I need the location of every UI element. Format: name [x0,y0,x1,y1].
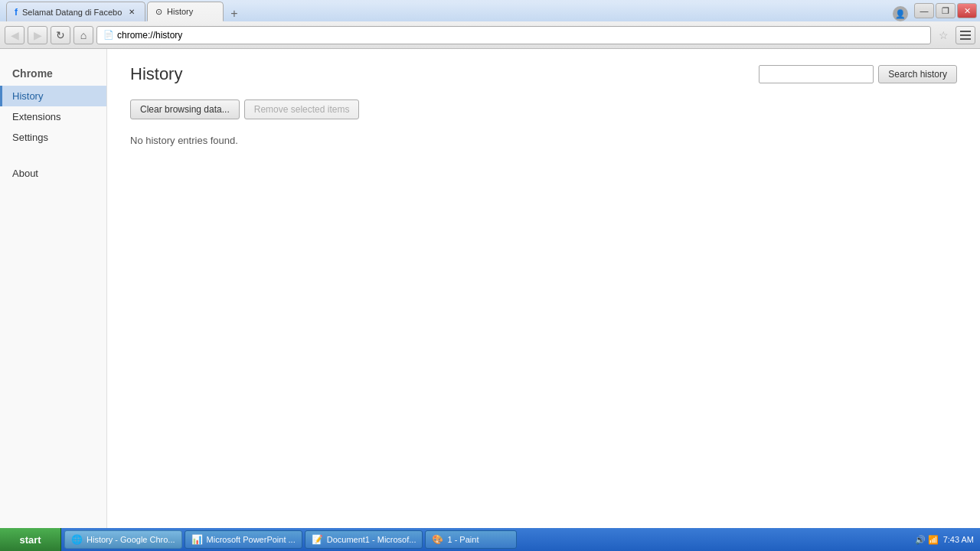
taskbar-items: 🌐 History - Google Chro... 📊 Microsoft P… [61,530,909,549]
sidebar-item-about[interactable]: About [0,163,106,184]
menu-line-2 [960,34,971,36]
taskbar-item-powerpoint[interactable]: 📊 Microsoft PowerPoint ... [185,530,302,549]
home-button[interactable]: ⌂ [74,26,93,44]
menu-line-1 [960,31,971,32]
page-title: History [130,64,182,84]
page-icon: 📄 [103,30,114,40]
tabs-bar: f Selamat Datang di Faceboo... ✕ ⊙ Histo… [3,2,977,21]
user-icon: 👤 [893,6,908,21]
address-input[interactable] [117,30,924,41]
search-area: Search history [759,65,957,83]
taskbar-item-word[interactable]: 📝 Document1 - Microsof... [305,530,423,549]
history-favicon: ⊙ [155,7,162,17]
chrome-window: f Selamat Datang di Faceboo... ✕ ⊙ Histo… [0,0,980,528]
facebook-favicon: f [15,7,18,18]
systray: 🔊 📶 7:43 AM [909,535,980,545]
start-label: start [19,534,41,546]
tab-history[interactable]: ⊙ History [147,2,224,21]
search-history-button[interactable]: Search history [878,65,957,83]
sidebar-item-extensions[interactable]: Extensions [0,106,106,127]
chrome-taskbar-label: History - Google Chro... [87,535,175,544]
systray-icons: 🔊 📶 [915,535,939,545]
toolbar: ◀ ▶ ↻ ⌂ 📄 ☆ [0,21,980,49]
action-buttons: Clear browsing data... Remove selected i… [130,99,957,119]
taskbar: start 🌐 History - Google Chro... 📊 Micro… [0,528,980,551]
window-controls: 👤 — ❐ ✕ [914,3,977,18]
clock: 7:43 AM [943,535,974,544]
paint-taskbar-icon: 🎨 [432,534,443,545]
empty-history-message: No history entries found. [130,135,957,146]
chrome-menu-button[interactable] [956,26,975,44]
word-taskbar-label: Document1 - Microsof... [327,535,416,544]
taskbar-item-chrome[interactable]: 🌐 History - Google Chro... [64,530,182,549]
sidebar: Chrome History Extensions Settings About [0,49,107,528]
restore-button[interactable]: ❐ [936,3,956,18]
reload-button[interactable]: ↻ [51,26,70,44]
chrome-taskbar-icon: 🌐 [71,534,83,545]
start-button[interactable]: start [0,528,61,551]
new-tab-button[interactable]: + [225,6,243,21]
tab-facebook-close[interactable]: ✕ [126,7,137,18]
powerpoint-taskbar-icon: 📊 [191,534,203,545]
title-bar: f Selamat Datang di Faceboo... ✕ ⊙ Histo… [0,0,980,21]
sidebar-chrome-title: Chrome [0,61,106,86]
tab-history-label: History [167,7,193,16]
minimize-button[interactable]: — [914,3,934,18]
address-bar[interactable]: 📄 [96,26,931,44]
content-area: Chrome History Extensions Settings About… [0,49,980,528]
back-button[interactable]: ◀ [5,26,24,44]
main-content: History Search history Clear browsing da… [107,49,980,528]
menu-line-3 [960,38,971,40]
forward-button[interactable]: ▶ [28,26,47,44]
close-button[interactable]: ✕ [957,3,977,18]
taskbar-item-paint[interactable]: 🎨 1 - Paint [425,530,517,549]
page-header: History Search history [130,64,957,84]
powerpoint-taskbar-label: Microsoft PowerPoint ... [207,535,296,544]
tab-facebook[interactable]: f Selamat Datang di Faceboo... ✕ [6,2,145,21]
clear-browsing-data-button[interactable]: Clear browsing data... [130,99,240,119]
user-area: 👤 [893,6,908,21]
bookmark-button[interactable]: ☆ [934,26,952,44]
search-input[interactable] [759,65,874,83]
word-taskbar-icon: 📝 [312,534,323,545]
tab-facebook-label: Selamat Datang di Faceboo... [22,8,122,17]
sidebar-separator [0,148,106,163]
sidebar-item-history[interactable]: History [0,86,106,106]
remove-selected-button[interactable]: Remove selected items [244,99,360,119]
paint-taskbar-label: 1 - Paint [447,535,479,544]
sidebar-item-settings[interactable]: Settings [0,127,106,148]
